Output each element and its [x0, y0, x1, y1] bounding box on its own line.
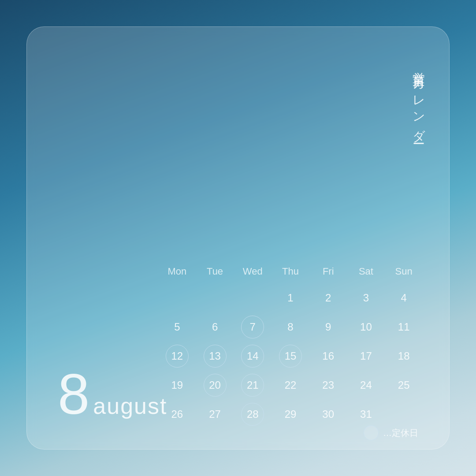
cal-cell: 14 [234, 343, 271, 369]
cal-day: 26 [166, 403, 189, 426]
cal-day: 14 [241, 345, 264, 368]
cal-cell: 19 [158, 372, 196, 398]
cal-cell: 29 [271, 402, 309, 427]
cal-day: 24 [354, 374, 377, 397]
day-header-fri: Fri [309, 262, 347, 281]
cal-cell [158, 285, 196, 311]
cal-cell: 18 [385, 343, 423, 369]
cal-day: 31 [354, 403, 377, 426]
cal-day: 5 [166, 316, 189, 338]
cal-day: 23 [317, 374, 340, 397]
cal-day: 6 [204, 316, 227, 338]
cal-day: 25 [392, 374, 415, 397]
cal-cell: 6 [196, 314, 234, 340]
cal-day: 8 [279, 316, 302, 338]
cal-day [241, 286, 264, 309]
cal-cell: 27 [196, 402, 234, 427]
cal-day: 10 [354, 316, 377, 338]
cal-day: 29 [279, 403, 302, 426]
cal-day: 4 [392, 286, 415, 309]
cal-cell: 25 [385, 372, 423, 398]
cal-cell [385, 402, 423, 427]
legend-circle-icon [364, 425, 379, 440]
cal-cell: 20 [196, 372, 234, 398]
day-header-tue: Tue [196, 262, 234, 281]
cal-day: 22 [279, 374, 302, 397]
cal-cell [234, 285, 271, 311]
cal-cell: 5 [158, 314, 196, 340]
cal-day: 13 [204, 345, 227, 368]
day-header-thu: Thu [271, 262, 309, 281]
cal-day: 21 [241, 374, 264, 397]
cal-day [392, 403, 415, 426]
day-header-sun: Sun [385, 262, 423, 281]
cal-cell: 1 [271, 285, 309, 311]
month-name: august [93, 393, 167, 419]
cal-cell: 11 [385, 314, 423, 340]
cal-cell: 10 [347, 314, 385, 340]
cal-day: 7 [241, 316, 264, 338]
cal-day: 11 [392, 316, 415, 338]
day-header-mon: Mon [158, 262, 196, 281]
legend: …定休日 [364, 425, 418, 440]
cal-cell [196, 285, 234, 311]
cal-day [166, 286, 189, 309]
month-label: 8 august [58, 365, 167, 423]
cal-day: 16 [317, 345, 340, 368]
cal-cell: 30 [309, 402, 347, 427]
cal-day: 18 [392, 345, 415, 368]
cal-day: 9 [317, 316, 340, 338]
day-header-sat: Sat [347, 262, 385, 281]
cal-cell: 31 [347, 402, 385, 427]
cal-cell: 4 [385, 285, 423, 311]
calendar-grid: 1234567891011121314151617181920212223242… [158, 285, 423, 427]
cal-day: 30 [317, 403, 340, 426]
cal-day: 2 [317, 286, 340, 309]
calendar: MonTueWedThuFriSatSun 123456789101112131… [158, 262, 423, 427]
cal-cell: 15 [271, 343, 309, 369]
cal-day: 12 [166, 345, 189, 368]
cal-cell: 13 [196, 343, 234, 369]
cal-cell: 28 [234, 402, 271, 427]
day-headers: MonTueWedThuFriSatSun [158, 262, 423, 281]
calendar-card: 営業日カレンダー 8 august MonTueWedThuFriSatSun … [26, 26, 450, 450]
cal-day: 20 [204, 374, 227, 397]
day-header-wed: Wed [234, 262, 271, 281]
cal-cell: 8 [271, 314, 309, 340]
cal-cell: 9 [309, 314, 347, 340]
vertical-title: 営業日カレンダー [410, 62, 427, 140]
cal-cell: 26 [158, 402, 196, 427]
cal-cell: 12 [158, 343, 196, 369]
cal-cell: 17 [347, 343, 385, 369]
cal-cell: 22 [271, 372, 309, 398]
cal-cell: 24 [347, 372, 385, 398]
legend-text: …定休日 [383, 427, 418, 439]
cal-day [204, 286, 227, 309]
cal-day: 19 [166, 374, 189, 397]
cal-day: 17 [354, 345, 377, 368]
cal-day: 15 [279, 345, 302, 368]
month-number: 8 [58, 365, 89, 423]
cal-day: 27 [204, 403, 227, 426]
cal-cell: 21 [234, 372, 271, 398]
cal-cell: 7 [234, 314, 271, 340]
cal-cell: 2 [309, 285, 347, 311]
cal-day: 3 [354, 286, 377, 309]
cal-day: 1 [279, 286, 302, 309]
cal-cell: 23 [309, 372, 347, 398]
cal-cell: 3 [347, 285, 385, 311]
cal-day: 28 [241, 403, 264, 426]
cal-cell: 16 [309, 343, 347, 369]
